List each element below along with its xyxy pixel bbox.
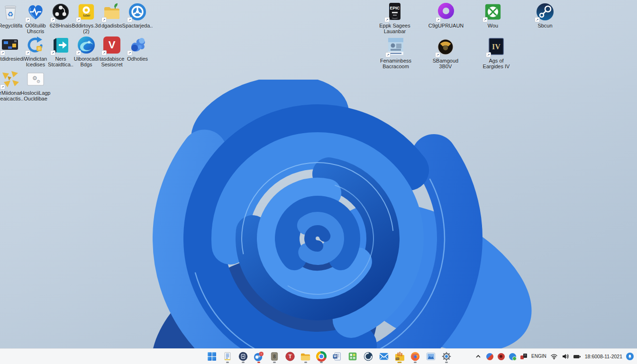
gear-panel-icon: ⚙⚙ [26,70,45,89]
recycle-bin-icon: ♻ [1,3,19,21]
dev-chart-folder-icon: Dev [394,351,405,362]
shortcut-arrow-icon [482,17,488,22]
shortcut-arrow-icon [76,17,81,22]
clock[interactable]: 18:60 08-11-2021 [585,349,622,364]
battery-button[interactable] [573,349,581,364]
svg-text:8: 8 [273,354,276,359]
taskbar-app-red-t[interactable]: T [284,350,296,364]
running-indicator [445,362,448,363]
wifi-button[interactable] [550,349,558,364]
windows-start-icon [207,351,217,362]
shortcut-arrow-icon [385,52,391,57]
taskbar-app-settings[interactable] [440,350,452,364]
desktop-icon-gear-panel[interactable]: ⚙⚙ HoslociiLagpOucldibae [18,69,54,101]
red-dot-icon [498,353,505,360]
red-t-icon: T [285,351,295,362]
archive-8-icon: 8 [270,351,279,362]
clock-date: 08-11-2021 [597,354,622,359]
firefox-icon [410,351,420,362]
taskbar-app-file-explorer[interactable] [300,350,311,364]
tray-icon-utility[interactable] [520,349,528,364]
running-indicator [242,362,245,363]
shortcut-arrow-icon [50,50,55,55]
shortcut-arrow-icon [101,17,107,22]
running-indicator [226,362,229,363]
photos-icon [426,351,436,362]
taskbar-app-photos[interactable] [425,350,437,364]
desktop-icon-game-thumbnail[interactable]: FenaminbessBacracoom [378,37,414,69]
shortcut-arrow-icon [436,17,441,22]
desktop-icon-steam[interactable]: Sbcun [527,2,563,28]
language-line2: IN [542,354,546,359]
running-indicator [414,362,417,363]
shortcut-arrow-icon [0,50,5,55]
taskbar-app-chrome[interactable] [315,350,327,364]
battery-icon [573,353,581,360]
notification-center-button[interactable] [626,349,634,364]
shortcut-arrow-icon [127,17,132,22]
running-indicator [304,362,307,363]
desktop-icon-xbox[interactable]: Wou [475,2,511,28]
svg-text:♻: ♻ [8,10,14,18]
green-kit-icon [347,351,358,362]
shortcut-arrow-icon [25,50,30,55]
taskbar-app-record[interactable] [237,350,249,364]
taskbar: ! 8 T W [0,348,637,364]
taskbar-app-dark-swirl[interactable] [362,350,374,364]
bloom-wallpaper [95,80,536,364]
shortcut-arrow-icon [127,50,132,55]
tray-icon-antivirus[interactable] [486,349,493,364]
desktop-icon-purple-ring[interactable]: C9gUPRUAUN [428,2,464,28]
taskbar-app-notes[interactable] [221,350,233,364]
running-indicator [273,362,276,363]
windows-desktop: ♻ Regyclitifa O06tuilibUhscris 628Hnais … [0,0,637,364]
tray-show-hidden-icons[interactable] [474,349,482,364]
shortcut-arrow-icon [384,17,390,22]
svg-text:Dev: Dev [396,358,399,360]
word-doc-icon: W [332,351,342,362]
start-button[interactable] [206,350,218,364]
notes-list-icon [223,351,232,362]
chat-badge-icon: ! [253,351,264,362]
taskbar-app-archive[interactable]: 8 [268,350,280,364]
notification-badge [626,353,634,360]
shortcut-arrow-icon [50,17,55,22]
svg-text:EPIC: EPIC [390,6,400,10]
taskbar-app-word[interactable]: W [331,350,343,364]
tray-icon-recorder[interactable] [497,349,505,364]
taskbar-app-dev-folder[interactable]: Dev [393,350,405,364]
shortcut-arrow-icon [0,84,5,90]
volume-button[interactable] [562,349,569,364]
desktop-icon-wheel-app[interactable]: Spactarjeda.. [119,2,155,28]
blue-green-icon [509,353,516,360]
system-tray: ENG IN 18:60 08-11-2021 [474,349,637,364]
svg-text:⚙: ⚙ [36,79,40,84]
shortcut-arrow-icon [535,17,540,22]
tray-icon-sync[interactable] [509,349,516,364]
mail-icon [379,351,389,362]
chevron-up-icon [475,354,481,359]
dev-indicator [397,362,401,363]
shortcut-arrow-icon [25,17,30,22]
language-indicator[interactable]: ENG IN [531,349,546,364]
taskbar-app-firefox[interactable] [409,350,421,364]
desktop-icon-round-game[interactable]: SBamgoud3B0V [428,37,464,69]
clock-time: 18:60 [585,354,597,359]
shortcut-arrow-icon [76,50,81,55]
alert-indicator [257,362,260,363]
red-black-icon [520,353,528,360]
split-circle-icon [486,353,493,360]
taskbar-app-chat[interactable]: ! [253,350,264,364]
taskbar-app-mail[interactable] [378,350,390,364]
dark-swirl-icon [363,351,373,362]
desktop-icon-epic[interactable]: EPIC Eppk SageesLauanbar [377,2,413,34]
wifi-icon [550,353,558,360]
desktop-icon-aoe4[interactable]: IV Ags ofEargides IV [478,37,514,69]
shortcut-arrow-icon [435,52,440,57]
settings-gear-icon [441,351,452,362]
taskbar-app-green-kit[interactable] [346,350,358,364]
svg-text:W: W [334,355,337,358]
taskbar-app-group: ! 8 T W [206,349,452,364]
desktop-icon-blue-shapes[interactable]: Odhoties [119,35,155,62]
chrome-icon [316,351,327,362]
